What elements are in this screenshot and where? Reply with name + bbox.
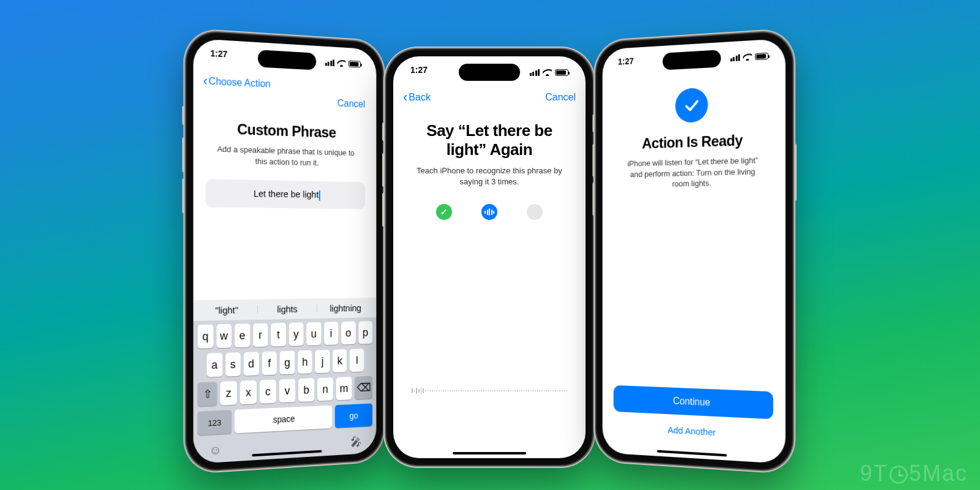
wifi-icon — [743, 53, 752, 61]
battery-icon — [555, 69, 568, 76]
phrase-input[interactable]: Let there be light — [206, 179, 366, 209]
status-time: 1:27 — [618, 56, 634, 72]
page-title: Say “Let there be light” Again — [393, 105, 586, 165]
step-complete-icon: ✓ — [436, 204, 452, 220]
key-q[interactable]: q — [198, 325, 213, 349]
wifi-icon — [337, 59, 346, 67]
page-title: Action Is Ready — [603, 128, 786, 159]
continue-button[interactable]: Continue — [614, 385, 774, 420]
screen: 1:27 Action Is Ready iPhone will listen … — [603, 39, 786, 464]
side-button — [382, 153, 385, 187]
watermark-logo: 9T5Mac — [860, 461, 968, 486]
key-p[interactable]: p — [358, 321, 372, 344]
key-v[interactable]: v — [279, 379, 296, 402]
step-pending-icon — [527, 204, 543, 220]
side-button — [592, 144, 595, 177]
side-button — [182, 137, 184, 172]
device-frame: 1:27 ‹ Back Cancel Say — [386, 49, 593, 466]
key-l[interactable]: l — [350, 349, 364, 372]
key-o[interactable]: o — [341, 322, 355, 345]
success-check-icon — [675, 88, 707, 123]
key-n[interactable]: n — [317, 377, 333, 401]
key-c[interactable]: c — [260, 380, 276, 404]
screen: 1:27 ‹ Back Cancel Say — [393, 56, 586, 458]
key-h[interactable]: h — [298, 350, 312, 374]
dynamic-island — [459, 64, 520, 81]
side-button — [182, 178, 184, 213]
chevron-left-icon: ‹ — [403, 91, 407, 104]
chevron-left-icon: ‹ — [203, 74, 208, 88]
page-title: Custom Phrase — [194, 102, 377, 148]
suggestion-bar: "light" lights lightning — [194, 298, 377, 321]
cellular-icon — [730, 54, 740, 61]
cellular-icon — [325, 59, 334, 66]
input-value: Let there be light — [254, 188, 318, 200]
key-b[interactable]: b — [298, 378, 314, 402]
nav-bar: ‹ Back Cancel — [393, 87, 586, 105]
key-e[interactable]: e — [235, 323, 250, 347]
shift-key[interactable]: ⇧ — [198, 382, 217, 406]
key-a[interactable]: a — [207, 353, 222, 377]
suggestion[interactable]: lights — [257, 303, 317, 315]
wifi-icon — [543, 69, 552, 76]
progress-dots: ✓ — [393, 204, 586, 220]
phone-right: 1:27 Action Is Ready iPhone will listen … — [596, 31, 793, 472]
back-label: Choose Action — [209, 76, 271, 90]
audio-waveform — [412, 385, 567, 397]
space-key[interactable]: space — [235, 405, 332, 434]
status-bar: 1:27 — [194, 47, 377, 72]
key-j[interactable]: j — [315, 350, 330, 373]
emoji-key[interactable]: ☺ — [209, 443, 222, 458]
key-u[interactable]: u — [306, 322, 321, 345]
cancel-button[interactable]: Cancel — [337, 98, 366, 110]
back-button[interactable]: ‹ Choose Action — [203, 74, 271, 91]
dictation-key[interactable]: 🎤︎ — [351, 435, 362, 450]
page-subtitle: Teach iPhone to recognize this phrase by… — [393, 165, 586, 187]
home-indicator[interactable] — [453, 452, 526, 454]
side-button — [592, 183, 595, 215]
phone-left: 1:27 ‹ Choose Action C — [186, 31, 383, 472]
keyboard: "light" lights lightning qwertyuiop asdf… — [194, 298, 377, 464]
side-button — [794, 144, 797, 201]
key-g[interactable]: g — [280, 351, 295, 375]
key-f[interactable]: f — [262, 351, 277, 375]
device-frame: 1:27 ‹ Choose Action C — [186, 31, 383, 472]
dynamic-island — [663, 50, 721, 70]
key-k[interactable]: k — [333, 349, 347, 372]
key-s[interactable]: s — [225, 352, 241, 376]
clock-icon — [889, 466, 908, 484]
cancel-button[interactable]: Cancel — [545, 92, 576, 103]
back-label: Back — [409, 92, 431, 103]
side-button — [382, 123, 385, 141]
key-m[interactable]: m — [336, 377, 352, 400]
promo-stage: 1:27 ‹ Choose Action C — [0, 0, 980, 490]
key-y[interactable]: y — [288, 322, 303, 345]
text-caret — [319, 190, 320, 201]
status-time: 1:27 — [410, 65, 428, 80]
dynamic-island — [258, 50, 316, 70]
key-i[interactable]: i — [324, 322, 339, 345]
nav-bar: ‹ Choose Action — [194, 70, 377, 97]
phone-center: 1:27 ‹ Back Cancel Say — [386, 49, 593, 466]
device-frame: 1:27 Action Is Ready iPhone will listen … — [596, 31, 793, 472]
add-another-button[interactable]: Add Another — [603, 421, 786, 442]
suggestion[interactable]: "light" — [196, 304, 258, 316]
suggestion[interactable]: lightning — [317, 303, 374, 314]
key-x[interactable]: x — [240, 380, 257, 405]
key-r[interactable]: r — [253, 323, 268, 347]
numbers-key[interactable]: 123 — [198, 410, 232, 435]
battery-icon — [349, 60, 361, 67]
go-key[interactable]: go — [335, 404, 372, 428]
step-active-icon — [481, 204, 497, 220]
cellular-icon — [530, 69, 540, 76]
status-time: 1:27 — [211, 48, 228, 64]
status-bar: 1:27 — [393, 65, 586, 80]
key-w[interactable]: w — [216, 324, 232, 348]
key-z[interactable]: z — [220, 381, 237, 405]
side-button — [182, 106, 184, 125]
delete-key[interactable]: ⌫ — [355, 376, 372, 399]
key-t[interactable]: t — [271, 323, 285, 347]
page-subtitle: iPhone will listen for “Let there be lig… — [603, 154, 786, 191]
back-button[interactable]: ‹ Back — [403, 91, 431, 104]
key-d[interactable]: d — [244, 352, 259, 375]
